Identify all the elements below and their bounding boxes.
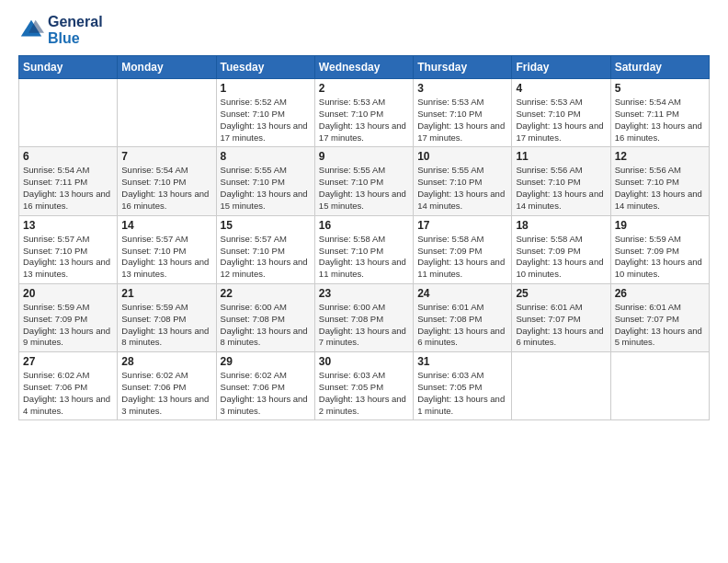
day-number: 29: [221, 355, 311, 368]
day-cell: 24Sunrise: 6:01 AM Sunset: 7:08 PM Dayli…: [414, 283, 512, 351]
day-number: 22: [221, 287, 311, 300]
day-number: 30: [319, 355, 409, 368]
day-info: Sunrise: 5:55 AM Sunset: 7:10 PM Dayligh…: [221, 165, 311, 212]
day-info: Sunrise: 6:01 AM Sunset: 7:07 PM Dayligh…: [516, 302, 606, 349]
day-cell: 17Sunrise: 5:58 AM Sunset: 7:09 PM Dayli…: [414, 215, 512, 283]
logo-icon: [18, 17, 44, 43]
day-cell: 19Sunrise: 5:59 AM Sunset: 7:09 PM Dayli…: [610, 215, 709, 283]
day-cell: 14Sunrise: 5:57 AM Sunset: 7:10 PM Dayli…: [118, 215, 216, 283]
day-number: 10: [417, 150, 507, 163]
day-cell: 12Sunrise: 5:56 AM Sunset: 7:10 PM Dayli…: [610, 147, 709, 215]
day-info: Sunrise: 5:59 AM Sunset: 7:08 PM Dayligh…: [121, 302, 211, 349]
day-cell: 15Sunrise: 5:57 AM Sunset: 7:10 PM Dayli…: [216, 215, 314, 283]
day-number: 17: [417, 219, 507, 232]
day-number: 9: [319, 150, 409, 163]
day-info: Sunrise: 5:58 AM Sunset: 7:09 PM Dayligh…: [516, 234, 606, 281]
week-row-1: 1Sunrise: 5:52 AM Sunset: 7:10 PM Daylig…: [19, 79, 710, 147]
weekday-header-saturday: Saturday: [610, 56, 709, 79]
day-number: 25: [516, 287, 606, 300]
day-number: 23: [319, 287, 409, 300]
day-info: Sunrise: 5:54 AM Sunset: 7:11 PM Dayligh…: [23, 165, 113, 212]
day-info: Sunrise: 6:02 AM Sunset: 7:06 PM Dayligh…: [121, 370, 211, 417]
day-info: Sunrise: 5:53 AM Sunset: 7:10 PM Dayligh…: [516, 97, 606, 144]
day-cell: 3Sunrise: 5:53 AM Sunset: 7:10 PM Daylig…: [414, 79, 512, 147]
day-cell: 27Sunrise: 6:02 AM Sunset: 7:06 PM Dayli…: [19, 352, 118, 420]
day-number: 18: [516, 219, 606, 232]
week-row-2: 6Sunrise: 5:54 AM Sunset: 7:11 PM Daylig…: [19, 147, 710, 215]
day-number: 6: [23, 150, 113, 163]
day-cell: 7Sunrise: 5:54 AM Sunset: 7:10 PM Daylig…: [118, 147, 216, 215]
day-number: 3: [417, 82, 507, 95]
day-info: Sunrise: 5:58 AM Sunset: 7:09 PM Dayligh…: [417, 234, 507, 281]
day-info: Sunrise: 6:01 AM Sunset: 7:07 PM Dayligh…: [615, 302, 705, 349]
day-cell: 31Sunrise: 6:03 AM Sunset: 7:05 PM Dayli…: [414, 352, 512, 420]
day-info: Sunrise: 6:02 AM Sunset: 7:06 PM Dayligh…: [23, 370, 113, 417]
day-number: 11: [516, 150, 606, 163]
day-cell: [118, 79, 216, 147]
day-number: 14: [121, 219, 211, 232]
weekday-header-row: SundayMondayTuesdayWednesdayThursdayFrid…: [19, 56, 710, 79]
day-number: 7: [121, 150, 211, 163]
day-info: Sunrise: 5:59 AM Sunset: 7:09 PM Dayligh…: [23, 302, 113, 349]
day-cell: 10Sunrise: 5:55 AM Sunset: 7:10 PM Dayli…: [414, 147, 512, 215]
day-cell: 29Sunrise: 6:02 AM Sunset: 7:06 PM Dayli…: [216, 352, 314, 420]
day-number: 16: [319, 219, 409, 232]
day-cell: 25Sunrise: 6:01 AM Sunset: 7:07 PM Dayli…: [512, 283, 610, 351]
day-info: Sunrise: 5:54 AM Sunset: 7:11 PM Dayligh…: [615, 97, 705, 144]
day-info: Sunrise: 6:00 AM Sunset: 7:08 PM Dayligh…: [319, 302, 409, 349]
day-cell: 30Sunrise: 6:03 AM Sunset: 7:05 PM Dayli…: [314, 352, 413, 420]
day-number: 31: [417, 355, 507, 368]
day-cell: 21Sunrise: 5:59 AM Sunset: 7:08 PM Dayli…: [118, 283, 216, 351]
day-number: 24: [417, 287, 507, 300]
day-number: 12: [615, 150, 705, 163]
day-cell: 22Sunrise: 6:00 AM Sunset: 7:08 PM Dayli…: [216, 283, 314, 351]
weekday-header-wednesday: Wednesday: [314, 56, 413, 79]
day-cell: 5Sunrise: 5:54 AM Sunset: 7:11 PM Daylig…: [610, 79, 709, 147]
day-cell: 28Sunrise: 6:02 AM Sunset: 7:06 PM Dayli…: [118, 352, 216, 420]
day-number: 19: [615, 219, 705, 232]
day-cell: 1Sunrise: 5:52 AM Sunset: 7:10 PM Daylig…: [216, 79, 314, 147]
day-info: Sunrise: 6:01 AM Sunset: 7:08 PM Dayligh…: [417, 302, 507, 349]
day-info: Sunrise: 5:54 AM Sunset: 7:10 PM Dayligh…: [121, 165, 211, 212]
day-number: 20: [23, 287, 113, 300]
day-number: 26: [615, 287, 705, 300]
day-cell: [512, 352, 610, 420]
weekday-header-thursday: Thursday: [414, 56, 512, 79]
day-info: Sunrise: 5:59 AM Sunset: 7:09 PM Dayligh…: [615, 234, 705, 281]
day-number: 28: [121, 355, 211, 368]
day-info: Sunrise: 5:55 AM Sunset: 7:10 PM Dayligh…: [417, 165, 507, 212]
day-number: 5: [615, 82, 705, 95]
day-info: Sunrise: 5:58 AM Sunset: 7:10 PM Dayligh…: [319, 234, 409, 281]
day-number: 15: [221, 219, 311, 232]
day-info: Sunrise: 5:57 AM Sunset: 7:10 PM Dayligh…: [221, 234, 311, 281]
day-info: Sunrise: 5:55 AM Sunset: 7:10 PM Dayligh…: [319, 165, 409, 212]
day-cell: 20Sunrise: 5:59 AM Sunset: 7:09 PM Dayli…: [19, 283, 118, 351]
day-info: Sunrise: 5:57 AM Sunset: 7:10 PM Dayligh…: [23, 234, 113, 281]
day-info: Sunrise: 6:02 AM Sunset: 7:06 PM Dayligh…: [221, 370, 311, 417]
day-cell: 26Sunrise: 6:01 AM Sunset: 7:07 PM Dayli…: [610, 283, 709, 351]
day-cell: 9Sunrise: 5:55 AM Sunset: 7:10 PM Daylig…: [314, 147, 413, 215]
day-number: 21: [121, 287, 211, 300]
day-cell: 2Sunrise: 5:53 AM Sunset: 7:10 PM Daylig…: [314, 79, 413, 147]
day-info: Sunrise: 6:03 AM Sunset: 7:05 PM Dayligh…: [319, 370, 409, 417]
week-row-3: 13Sunrise: 5:57 AM Sunset: 7:10 PM Dayli…: [19, 215, 710, 283]
calendar: SundayMondayTuesdayWednesdayThursdayFrid…: [18, 55, 710, 420]
day-cell: [19, 79, 118, 147]
header: General Blue: [18, 14, 710, 46]
day-cell: [610, 352, 709, 420]
weekday-header-monday: Monday: [118, 56, 216, 79]
weekday-header-friday: Friday: [512, 56, 610, 79]
day-info: Sunrise: 5:53 AM Sunset: 7:10 PM Dayligh…: [417, 97, 507, 144]
day-number: 4: [516, 82, 606, 95]
page: General Blue SundayMondayTuesdayWednesda…: [0, 0, 728, 563]
day-number: 1: [221, 82, 311, 95]
day-cell: 8Sunrise: 5:55 AM Sunset: 7:10 PM Daylig…: [216, 147, 314, 215]
day-cell: 13Sunrise: 5:57 AM Sunset: 7:10 PM Dayli…: [19, 215, 118, 283]
day-number: 2: [319, 82, 409, 95]
day-cell: 23Sunrise: 6:00 AM Sunset: 7:08 PM Dayli…: [314, 283, 413, 351]
day-info: Sunrise: 5:53 AM Sunset: 7:10 PM Dayligh…: [319, 97, 409, 144]
day-cell: 4Sunrise: 5:53 AM Sunset: 7:10 PM Daylig…: [512, 79, 610, 147]
logo-text: General Blue: [48, 14, 103, 46]
day-number: 8: [221, 150, 311, 163]
day-info: Sunrise: 5:57 AM Sunset: 7:10 PM Dayligh…: [121, 234, 211, 281]
